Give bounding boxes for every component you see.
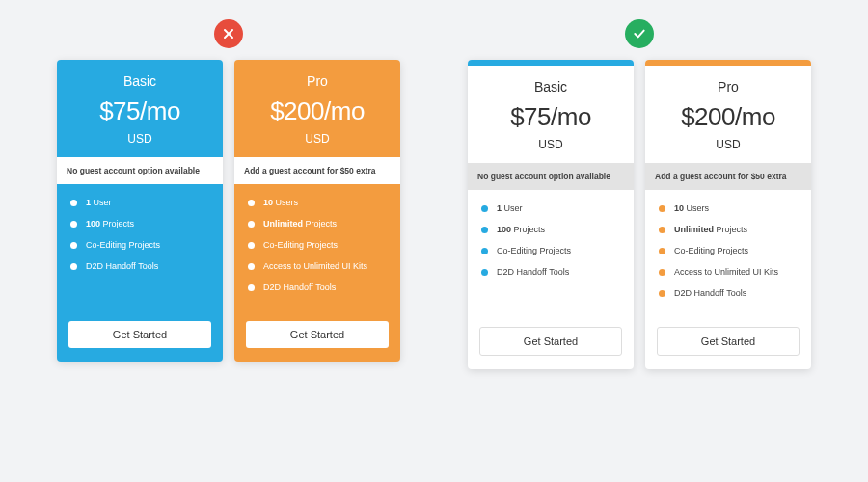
bad-example-group: Basic $75/mo USD No guest account option… [57, 19, 400, 369]
bullet-icon [659, 227, 665, 233]
plan-price: $75/mo [475, 102, 626, 132]
plan-price: $200/mo [242, 96, 393, 126]
feature-item: Co-Editing Projects [659, 246, 798, 255]
bullet-icon [248, 200, 255, 206]
pricing-card-pro-good: Pro $200/mo USD Add a guest account for … [645, 60, 811, 369]
bullet-icon [70, 200, 77, 206]
check-icon [625, 19, 654, 48]
feature-text: 1 User [497, 203, 523, 213]
feature-item: Co-Editing Projects [481, 246, 620, 255]
feature-text: 10 Users [674, 203, 709, 213]
plan-name: Basic [475, 79, 626, 94]
get-started-button[interactable]: Get Started [657, 327, 800, 356]
bullet-icon [248, 263, 255, 270]
plan-currency: USD [653, 138, 803, 151]
feature-text: Access to Unlimited UI Kits [674, 267, 778, 277]
feature-item: Unlimited Projects [659, 225, 798, 234]
feature-item: D2D Handoff Tools [659, 288, 798, 298]
feature-item: 1 User [481, 203, 620, 213]
feature-text: Access to Unlimited UI Kits [263, 261, 367, 271]
feature-item: 1 User [70, 198, 209, 207]
feature-text: Unlimited Projects [263, 219, 337, 228]
bullet-icon [481, 269, 488, 276]
plan-currency: USD [475, 138, 626, 151]
plan-name: Pro [653, 79, 803, 94]
plan-note: No guest account option available [57, 157, 223, 184]
feature-item: Co-Editing Projects [70, 240, 209, 250]
feature-item: 100 Projects [70, 219, 209, 228]
feature-item: 10 Users [659, 203, 798, 213]
feature-item: D2D Handoff Tools [248, 282, 387, 292]
pricing-card-pro-bad: Pro $200/mo USD Add a guest account for … [234, 60, 400, 362]
feature-text: 1 User [86, 198, 112, 207]
feature-list: 1 User100 ProjectsCo-Editing ProjectsD2D… [468, 190, 634, 296]
get-started-button[interactable]: Get Started [246, 321, 389, 348]
feature-text: 10 Users [263, 198, 298, 207]
feature-text: D2D Handoff Tools [497, 267, 569, 277]
feature-item: D2D Handoff Tools [481, 267, 620, 277]
feature-item: Unlimited Projects [248, 219, 387, 228]
feature-text: Co-Editing Projects [497, 246, 571, 255]
plan-price: $75/mo [65, 96, 215, 126]
bullet-icon [481, 227, 488, 233]
feature-item: D2D Handoff Tools [70, 261, 209, 271]
plan-note: Add a guest account for $50 extra [234, 157, 400, 184]
plan-price: $200/mo [653, 102, 803, 132]
plan-name: Pro [242, 73, 393, 89]
bullet-icon [70, 263, 77, 270]
pricing-card-basic-good: Basic $75/mo USD No guest account option… [468, 60, 634, 369]
feature-text: D2D Handoff Tools [86, 261, 158, 271]
pricing-card-basic-bad: Basic $75/mo USD No guest account option… [57, 60, 223, 362]
good-example-group: Basic $75/mo USD No guest account option… [468, 19, 811, 369]
feature-list: 10 UsersUnlimited ProjectsCo-Editing Pro… [645, 190, 811, 317]
plan-note: Add a guest account for $50 extra [645, 163, 811, 190]
bullet-icon [70, 221, 77, 228]
feature-item: Access to Unlimited UI Kits [248, 261, 387, 271]
feature-list: 1 User100 ProjectsCo-Editing ProjectsD2D… [57, 184, 223, 290]
bullet-icon [659, 290, 665, 297]
get-started-button[interactable]: Get Started [479, 327, 622, 356]
plan-note: No guest account option available [468, 163, 634, 190]
bullet-icon [248, 242, 255, 249]
feature-list: 10 UsersUnlimited ProjectsCo-Editing Pro… [234, 184, 400, 311]
feature-text: 100 Projects [86, 219, 134, 228]
bullet-icon [659, 269, 665, 276]
plan-currency: USD [242, 132, 393, 146]
bullet-icon [659, 205, 665, 212]
bullet-icon [481, 248, 488, 254]
feature-text: Co-Editing Projects [86, 240, 160, 250]
feature-item: 100 Projects [481, 225, 620, 234]
feature-text: Unlimited Projects [674, 225, 747, 234]
plan-name: Basic [65, 73, 215, 89]
bullet-icon [248, 284, 255, 291]
cross-icon [214, 19, 243, 48]
feature-item: Access to Unlimited UI Kits [659, 267, 798, 277]
feature-item: 10 Users [248, 198, 387, 207]
feature-text: 100 Projects [497, 225, 545, 234]
bullet-icon [248, 221, 255, 228]
get-started-button[interactable]: Get Started [68, 321, 211, 348]
feature-text: Co-Editing Projects [263, 240, 338, 250]
bullet-icon [481, 205, 488, 212]
feature-item: Co-Editing Projects [248, 240, 387, 250]
bullet-icon [659, 248, 665, 254]
plan-currency: USD [65, 132, 215, 146]
feature-text: Co-Editing Projects [674, 246, 748, 255]
feature-text: D2D Handoff Tools [674, 288, 746, 298]
bullet-icon [70, 242, 77, 249]
feature-text: D2D Handoff Tools [263, 282, 336, 292]
